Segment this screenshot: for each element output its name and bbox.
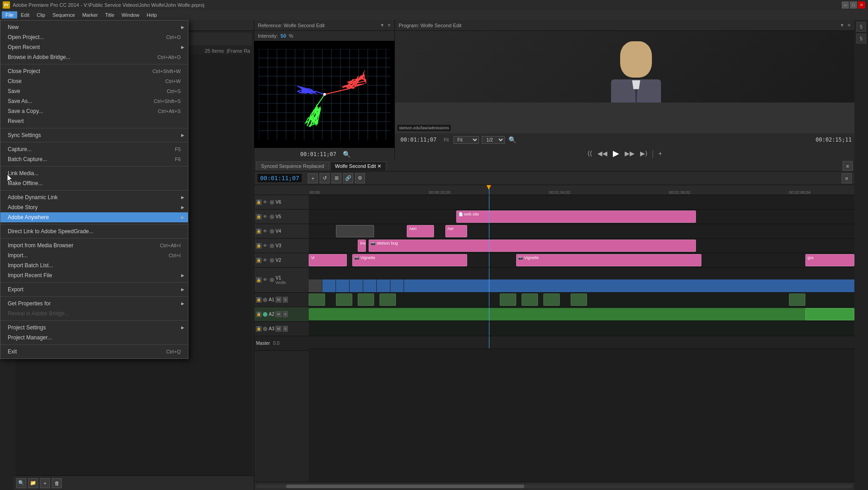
menu-save-copy[interactable]: Save a Copy... Ctrl+Alt+S xyxy=(0,106,188,116)
menu-close-project[interactable]: Close Project Ctrl+Shift+W xyxy=(0,66,188,76)
menu-export[interactable]: Export xyxy=(0,284,188,294)
menu-import-recent[interactable]: Import Recent File xyxy=(0,270,188,280)
sep-11 xyxy=(0,344,188,345)
menu-reveal-bridge: Reveal in Adobe Bridge... xyxy=(0,309,188,318)
menu-close[interactable]: Close Ctrl+W xyxy=(0,76,188,86)
menu-save[interactable]: Save Ctrl+S xyxy=(0,86,188,96)
menu-revert[interactable]: Revert xyxy=(0,116,188,126)
menu-sync-settings[interactable]: Sync Settings xyxy=(0,130,188,140)
menu-import[interactable]: Import... Ctrl+I xyxy=(0,250,188,260)
sep-8 xyxy=(0,282,188,283)
menu-adobe-anywhere[interactable]: Adobe Anywhere xyxy=(0,212,188,222)
menu-import-from-browser[interactable]: Import from Media Browser Ctrl+Alt+I xyxy=(0,240,188,250)
menu-project-settings[interactable]: Project Settings xyxy=(0,323,188,333)
sep-9 xyxy=(0,296,188,297)
menu-batch-capture[interactable]: Batch Capture... F6 xyxy=(0,154,188,164)
file-menu: New Open Project... Ctrl+O Open Recent B… xyxy=(0,20,188,359)
sep-5 xyxy=(0,190,188,191)
menu-open-project[interactable]: Open Project... Ctrl+O xyxy=(0,32,188,42)
sep-10 xyxy=(0,320,188,321)
menu-new[interactable]: New xyxy=(0,22,188,32)
menu-save-as[interactable]: Save As... Ctrl+Shift+S xyxy=(0,96,188,106)
menu-make-offline[interactable]: Make Offline... xyxy=(0,178,188,188)
menu-dynamic-link[interactable]: Adobe Dynamic Link xyxy=(0,192,188,202)
menu-get-properties[interactable]: Get Properties for xyxy=(0,299,188,309)
sep-6 xyxy=(0,224,188,225)
menu-speedgrade[interactable]: Direct Link to Adobe SpeedGrade... xyxy=(0,226,188,236)
menu-adobe-story[interactable]: Adobe Story xyxy=(0,202,188,212)
menu-import-batch[interactable]: Import Batch List... xyxy=(0,260,188,270)
sep-7 xyxy=(0,238,188,239)
menu-capture[interactable]: Capture... F5 xyxy=(0,144,188,154)
sep-3 xyxy=(0,142,188,142)
sep-4 xyxy=(0,166,188,167)
sep-2 xyxy=(0,128,188,128)
dropdown-overlay: New Open Project... Ctrl+O Open Recent B… xyxy=(0,0,868,490)
menu-project-manager[interactable]: Project Manager... xyxy=(0,333,188,343)
menu-link-media[interactable]: Link Media... xyxy=(0,168,188,178)
menu-browse-bridge[interactable]: Browse in Adobe Bridge... Ctrl+Alt+O xyxy=(0,52,188,62)
menu-open-recent[interactable]: Open Recent xyxy=(0,42,188,52)
menu-exit[interactable]: Exit Ctrl+Q xyxy=(0,347,188,357)
sep-1 xyxy=(0,64,188,64)
